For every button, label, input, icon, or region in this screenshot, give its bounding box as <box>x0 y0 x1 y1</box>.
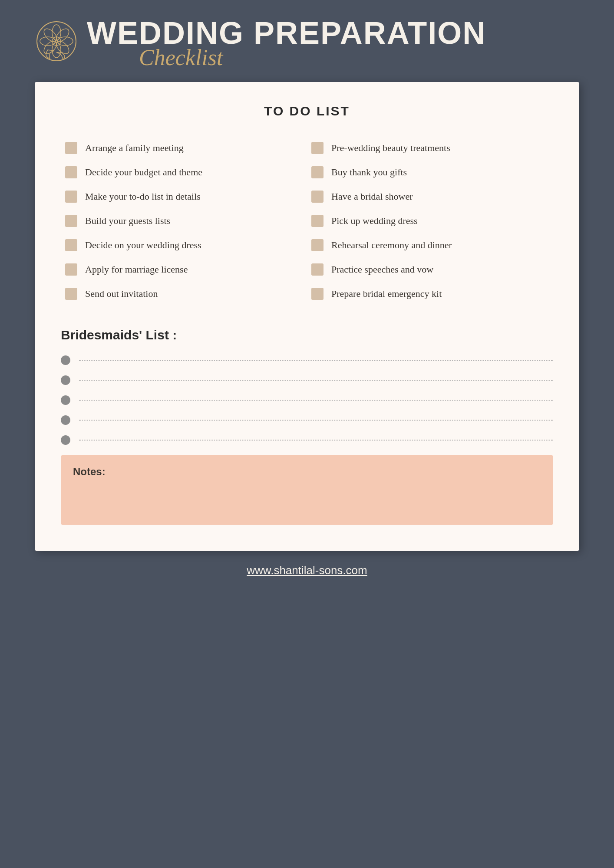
checklist-item-left-0[interactable]: Arrange a family meeting <box>61 136 307 160</box>
checkbox-right-5[interactable] <box>311 263 324 276</box>
checklist-grid: Arrange a family meeting Decide your bud… <box>61 136 553 306</box>
checkbox-right-6[interactable] <box>311 288 324 300</box>
checklist-item-left-1[interactable]: Decide your budget and theme <box>61 160 307 184</box>
title-block: WEDDING PREPARATION Checklist <box>87 17 486 69</box>
checklist-item-right-6[interactable]: Prepare bridal emergency kit <box>307 282 553 306</box>
checkbox-left-0[interactable] <box>65 142 77 154</box>
bridesmaid-list <box>61 355 553 445</box>
checklist-text-left-0: Arrange a family meeting <box>85 142 184 154</box>
checklist-item-right-3[interactable]: Pick up wedding dress <box>307 209 553 233</box>
checklist-text-right-4: Rehearsal ceremony and dinner <box>331 240 452 251</box>
dotted-line-2 <box>79 400 553 401</box>
checklist-text-right-1: Buy thank you gifts <box>331 167 407 178</box>
script-subtitle: Checklist <box>139 46 223 69</box>
footer: www.shantilal-sons.com <box>247 564 367 577</box>
bridesmaid-entry-2 <box>61 395 553 405</box>
bullet-circle-1 <box>61 375 70 385</box>
checkbox-left-5[interactable] <box>65 263 77 276</box>
bullet-circle-3 <box>61 415 70 425</box>
checklist-text-left-4: Decide on your wedding dress <box>85 240 201 251</box>
checklist-text-left-5: Apply for marriage license <box>85 264 188 275</box>
checklist-text-right-2: Have a bridal shower <box>331 191 413 202</box>
bridesmaid-entry-4 <box>61 435 553 445</box>
dotted-line-3 <box>79 420 553 421</box>
checkbox-right-1[interactable] <box>311 166 324 178</box>
checkbox-right-4[interactable] <box>311 239 324 251</box>
checklist-item-left-2[interactable]: Make your to-do list in details <box>61 184 307 209</box>
checklist-item-left-4[interactable]: Decide on your wedding dress <box>61 233 307 257</box>
dotted-line-0 <box>79 360 553 361</box>
svg-point-0 <box>37 22 76 61</box>
dotted-line-4 <box>79 440 553 441</box>
checklist-item-right-4[interactable]: Rehearsal ceremony and dinner <box>307 233 553 257</box>
bullet-circle-4 <box>61 435 70 445</box>
header: WEDDING PREPARATION Checklist <box>35 17 579 69</box>
bridesmaids-title: Bridesmaids' List : <box>61 328 553 342</box>
bridesmaid-entry-3 <box>61 415 553 425</box>
checklist-text-right-0: Pre-wedding beauty treatments <box>331 142 450 154</box>
checkbox-right-3[interactable] <box>311 215 324 227</box>
checklist-text-right-6: Prepare bridal emergency kit <box>331 288 442 299</box>
svg-point-2 <box>54 26 71 44</box>
checklist-text-left-1: Decide your budget and theme <box>85 167 202 178</box>
dotted-line-1 <box>79 380 553 381</box>
svg-point-8 <box>42 26 59 44</box>
checkbox-left-2[interactable] <box>65 191 77 203</box>
checklist-item-right-5[interactable]: Practice speeches and vow <box>307 257 553 282</box>
main-title: WEDDING PREPARATION <box>87 17 486 49</box>
bridesmaid-entry-1 <box>61 375 553 385</box>
bridesmaid-entry-0 <box>61 355 553 365</box>
checklist-item-left-5[interactable]: Apply for marriage license <box>61 257 307 282</box>
footer-link[interactable]: www.shantilal-sons.com <box>247 564 367 577</box>
checklist-text-left-2: Make your to-do list in details <box>85 191 201 202</box>
checklist-item-right-2[interactable]: Have a bridal shower <box>307 184 553 209</box>
checkbox-left-3[interactable] <box>65 215 77 227</box>
checkbox-left-1[interactable] <box>65 166 77 178</box>
rose-icon <box>35 17 78 65</box>
bullet-circle-2 <box>61 395 70 405</box>
checkbox-right-2[interactable] <box>311 191 324 203</box>
checklist-item-right-1[interactable]: Buy thank you gifts <box>307 160 553 184</box>
checklist-item-left-3[interactable]: Build your guests lists <box>61 209 307 233</box>
checklist-right-col: Pre-wedding beauty treatments Buy thank … <box>307 136 553 306</box>
checkbox-left-4[interactable] <box>65 239 77 251</box>
checklist-text-right-5: Practice speeches and vow <box>331 264 433 275</box>
checkbox-right-0[interactable] <box>311 142 324 154</box>
checklist-text-left-6: Send out invitation <box>85 288 158 299</box>
checklist-item-right-0[interactable]: Pre-wedding beauty treatments <box>307 136 553 160</box>
checklist-left-col: Arrange a family meeting Decide your bud… <box>61 136 307 306</box>
section-title: TO DO LIST <box>61 104 553 118</box>
checklist-text-right-3: Pick up wedding dress <box>331 215 418 227</box>
checklist-text-left-3: Build your guests lists <box>85 215 170 227</box>
notes-label: Notes: <box>73 466 541 478</box>
checkbox-left-6[interactable] <box>65 288 77 300</box>
bullet-circle-0 <box>61 355 70 365</box>
checklist-item-left-6[interactable]: Send out invitation <box>61 282 307 306</box>
notes-box: Notes: <box>61 455 553 525</box>
main-card: TO DO LIST Arrange a family meeting Deci… <box>35 82 579 551</box>
